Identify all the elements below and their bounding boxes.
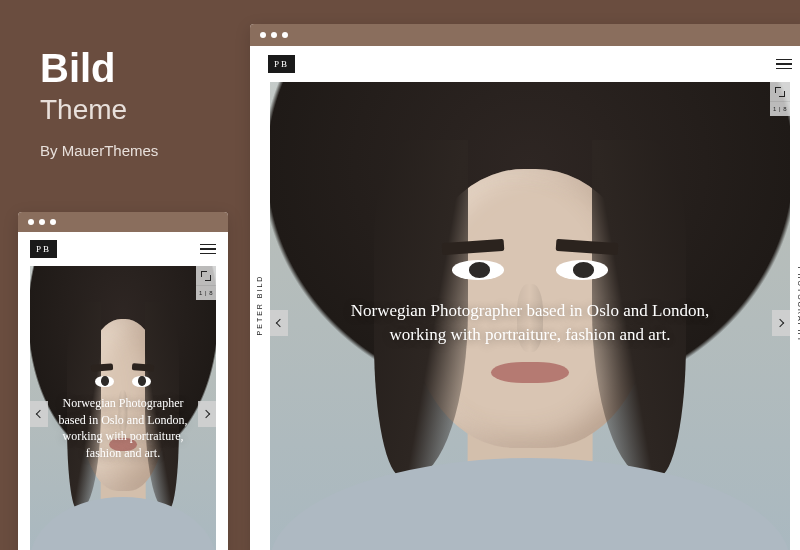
traffic-light-dot [282,32,288,38]
site-logo[interactable]: PB [268,55,295,73]
slide-counter-box: 1 | 8 [196,266,216,300]
window-titlebar [250,24,800,46]
theme-title: Bild [40,48,158,88]
promo-block: Bild Theme By MauerThemes [40,48,158,159]
desktop-preview-window: PB PETER BILD PHOTOGRAPHY 1 | [250,24,800,550]
hero-slider: 1 | 8 Norwegian Photographer based in Os… [270,82,790,550]
expand-icon [201,271,211,281]
site-logo[interactable]: PB [30,240,57,258]
traffic-light-dot [39,219,45,225]
hero-caption: Norwegian Photographer based in Oslo and… [49,395,198,462]
hero-caption: Norwegian Photographer based in Oslo and… [322,299,738,347]
next-slide-button[interactable] [198,401,216,427]
window-titlebar [18,212,228,232]
theme-subtitle: Theme [40,94,158,126]
mobile-preview-window: PB 1 | 8 N [18,212,228,550]
traffic-light-dot [50,219,56,225]
site-header: PB [250,46,800,82]
prev-slide-button[interactable] [30,401,48,427]
traffic-light-dot [28,219,34,225]
expand-icon [775,87,785,97]
fullscreen-button[interactable] [770,82,790,102]
traffic-light-dot [271,32,277,38]
prev-slide-button[interactable] [270,310,288,336]
chevron-left-icon [276,319,284,327]
hero-slider: 1 | 8 Norwegian Photographer based in Os… [30,266,216,550]
menu-icon[interactable] [200,244,216,255]
side-label-left: PETER BILD [256,275,263,336]
chevron-right-icon [776,319,784,327]
next-slide-button[interactable] [772,310,790,336]
theme-byline: By MauerThemes [40,142,158,159]
chevron-left-icon [36,410,44,418]
site-header: PB [18,232,228,266]
menu-icon[interactable] [776,59,792,70]
fullscreen-button[interactable] [196,266,216,286]
slide-counter-box: 1 | 8 [770,82,790,116]
slide-counter: 1 | 8 [199,286,213,300]
traffic-light-dot [260,32,266,38]
chevron-right-icon [202,410,210,418]
slide-counter: 1 | 8 [773,102,787,116]
